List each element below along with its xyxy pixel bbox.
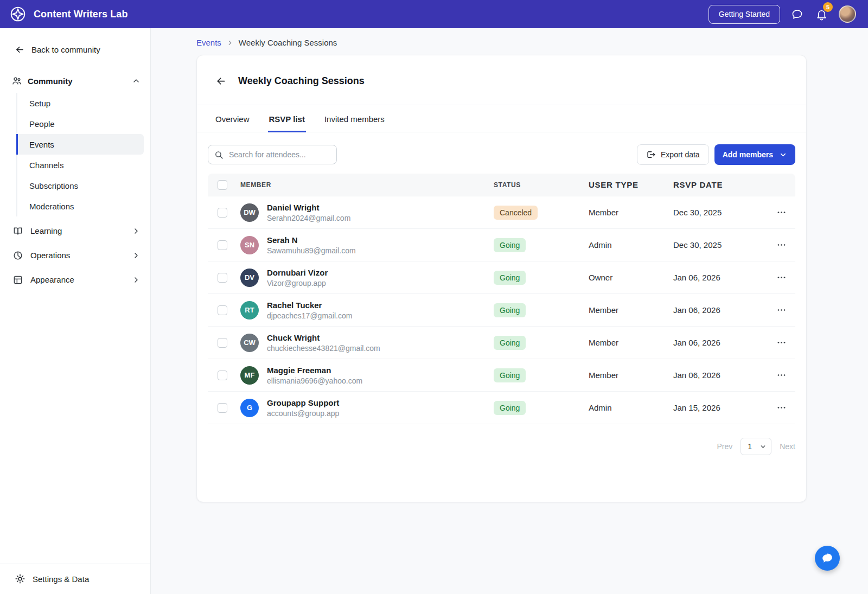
sidebar-section-appearance[interactable]: Appearance xyxy=(0,267,150,292)
ellipsis-icon xyxy=(776,207,787,218)
topbar: Content Writers Lab Getting Started 5 xyxy=(0,0,868,28)
toolbar-actions: Export data Add members xyxy=(637,144,795,165)
messages-button[interactable] xyxy=(790,7,805,22)
rsvp-date: Jan 06, 2026 xyxy=(673,371,765,380)
page-select[interactable]: 1 xyxy=(741,438,771,455)
back-button[interactable] xyxy=(214,74,228,88)
row-checkbox[interactable] xyxy=(218,338,227,348)
row-checkbox[interactable] xyxy=(218,273,227,283)
chevron-right-icon xyxy=(132,227,141,235)
member-name: Rachel Tucker xyxy=(267,301,352,310)
row-actions-button[interactable] xyxy=(774,270,789,285)
breadcrumb-events-link[interactable]: Events xyxy=(196,38,221,47)
row-actions-button[interactable] xyxy=(774,303,789,317)
notifications-button[interactable]: 5 xyxy=(814,7,829,22)
chat-widget-button[interactable] xyxy=(815,546,840,571)
row-checkbox[interactable] xyxy=(218,305,227,315)
status-badge: Going xyxy=(494,401,526,415)
search-box[interactable] xyxy=(208,145,337,164)
table-header-row: MEMBER STATUS USER TYPE RSVP DATE xyxy=(208,174,795,196)
row-actions-button[interactable] xyxy=(774,400,789,415)
rsvp-date: Jan 06, 2026 xyxy=(673,338,765,347)
community-subnav: Setup People Events Channels Subscriptio… xyxy=(16,93,144,216)
member-email: ellismania9696@yahoo.com xyxy=(267,376,362,385)
ellipsis-icon xyxy=(776,403,787,413)
member-email: accounts@group.app xyxy=(267,409,339,418)
row-actions-button[interactable] xyxy=(774,368,789,382)
member-email: Sawamuhu89@gmail.com xyxy=(267,246,356,255)
add-members-button[interactable]: Add members xyxy=(714,144,795,165)
settings-and-data-link[interactable]: Settings & Data xyxy=(0,564,150,594)
rsvp-date: Jan 06, 2026 xyxy=(673,273,765,282)
sidebar-section-learning[interactable]: Learning xyxy=(0,219,150,243)
tab-invited-members[interactable]: Invited members xyxy=(323,105,386,132)
row-checkbox[interactable] xyxy=(218,240,227,250)
operations-section-label: Operations xyxy=(30,251,125,260)
breadcrumb-current: Weekly Coaching Sessions xyxy=(239,38,337,47)
member-avatar: RT xyxy=(240,301,259,320)
member-avatar: SN xyxy=(240,236,259,254)
sidebar-item-setup[interactable]: Setup xyxy=(17,93,144,113)
select-all-checkbox[interactable] xyxy=(218,180,227,190)
avatar-initials: DV xyxy=(245,273,254,282)
appearance-section-label: Appearance xyxy=(30,275,125,284)
row-actions-button[interactable] xyxy=(774,205,789,220)
sidebar-item-moderations[interactable]: Moderations xyxy=(17,196,144,216)
tab-overview[interactable]: Overview xyxy=(214,105,251,132)
member-avatar: DW xyxy=(240,203,259,222)
column-header-status: STATUS xyxy=(494,181,589,189)
back-to-community-label: Back to community xyxy=(31,45,100,54)
sidebar-item-subscriptions[interactable]: Subscriptions xyxy=(17,175,144,196)
table-row: RT Rachel Tucker djpeaches17@gmail.com G… xyxy=(208,294,795,327)
export-data-label: Export data xyxy=(661,150,700,159)
rsvp-date: Dec 30, 2025 xyxy=(673,240,765,250)
member-name: Serah N xyxy=(267,235,356,245)
learning-section-label: Learning xyxy=(30,226,125,235)
column-header-rsvp-date: RSVP DATE xyxy=(673,180,765,189)
search-input[interactable] xyxy=(228,150,330,159)
event-detail-card: Weekly Coaching Sessions Overview RSVP l… xyxy=(196,55,807,502)
export-data-button[interactable]: Export data xyxy=(637,144,709,165)
page-select-value: 1 xyxy=(748,442,752,451)
sidebar-item-label: Setup xyxy=(29,99,50,108)
row-checkbox[interactable] xyxy=(218,403,227,413)
sidebar-item-channels[interactable]: Channels xyxy=(17,155,144,175)
topbar-actions: Getting Started 5 xyxy=(709,5,856,24)
back-to-community-link[interactable]: Back to community xyxy=(0,28,150,58)
sidebar-section-community[interactable]: Community xyxy=(0,70,150,92)
sidebar-item-label: Subscriptions xyxy=(29,181,78,190)
sidebar-item-events[interactable]: Events xyxy=(17,134,144,155)
row-checkbox[interactable] xyxy=(218,371,227,380)
prev-page-button[interactable]: Prev xyxy=(717,442,732,451)
app-logo-icon xyxy=(9,5,27,23)
avatar-initials: G xyxy=(247,404,252,412)
search-icon xyxy=(214,150,224,159)
chevron-right-icon xyxy=(132,251,141,260)
status-badge: Going xyxy=(494,336,526,350)
community-section-label: Community xyxy=(28,76,126,86)
chat-bubble-icon xyxy=(821,552,834,565)
member-email: Serahn2024@gmail.com xyxy=(267,214,350,222)
sidebar-item-label: Channels xyxy=(29,161,63,170)
sidebar-item-people[interactable]: People xyxy=(17,113,144,134)
sidebar-item-label: Events xyxy=(29,140,54,149)
ellipsis-icon xyxy=(776,370,787,380)
sidebar-section-operations[interactable]: Operations xyxy=(0,243,150,267)
getting-started-button[interactable]: Getting Started xyxy=(709,5,780,24)
gear-icon xyxy=(15,573,25,584)
row-actions-button[interactable] xyxy=(774,335,789,350)
tab-rsvp-list[interactable]: RSVP list xyxy=(268,105,306,132)
rsvp-table: MEMBER STATUS USER TYPE RSVP DATE DW Dan… xyxy=(208,174,795,424)
brand-title: Content Writers Lab xyxy=(34,9,128,20)
rsvp-date: Jan 06, 2026 xyxy=(673,305,765,315)
ellipsis-icon xyxy=(776,272,787,283)
row-actions-button[interactable] xyxy=(774,238,789,252)
next-page-button[interactable]: Next xyxy=(780,442,795,451)
table-row: DV Dornubari Vizor Vizor@group.app Going… xyxy=(208,261,795,294)
column-header-user-type: USER TYPE xyxy=(589,180,673,189)
row-checkbox[interactable] xyxy=(218,208,227,218)
user-avatar[interactable] xyxy=(839,5,856,23)
appearance-icon xyxy=(12,274,23,285)
user-type: Member xyxy=(589,371,673,380)
brand: Content Writers Lab xyxy=(9,5,128,23)
